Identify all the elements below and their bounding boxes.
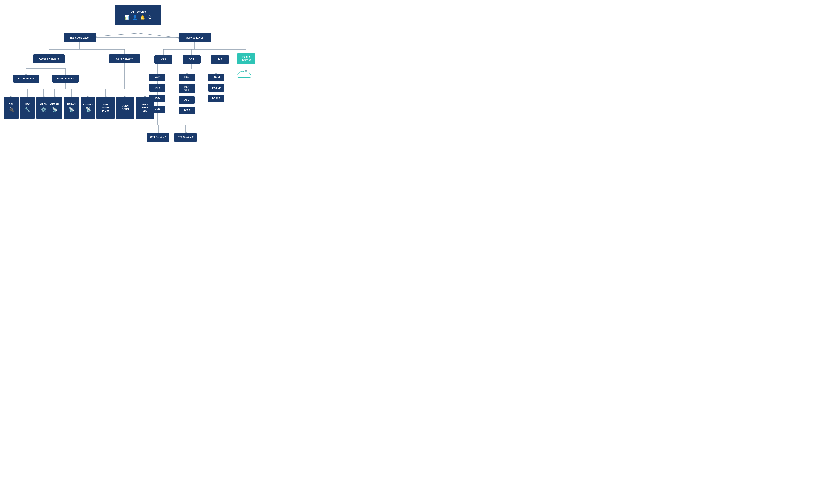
eutran-node: E-UTRAN 📡 xyxy=(81,97,95,119)
service-layer-label: Service Layer xyxy=(186,36,203,40)
hlr-vlr-label: HLRVLR xyxy=(184,86,189,92)
core-network-label: Core Network xyxy=(116,57,133,61)
mme-node: MMES-GWP-GW xyxy=(96,97,114,119)
iptv-label: IPTV xyxy=(155,86,160,90)
hlr-vlr-node: HLRVLR xyxy=(179,84,195,93)
ott-service-top-label: OTT Service xyxy=(131,10,146,14)
vod-node: VoD xyxy=(149,95,165,102)
geran-node: GERAN 📡 xyxy=(47,97,62,119)
svg-line-3 xyxy=(138,33,179,38)
timer-icon: ⏱ xyxy=(148,15,152,20)
s-csdf-label: S-CSDF xyxy=(212,86,221,90)
p-csdf-label: P-CSDF xyxy=(212,75,221,79)
cdn-label: CDN xyxy=(155,108,160,111)
iptv-node: IPTV xyxy=(149,84,165,92)
dsl-label: DSL xyxy=(9,103,14,106)
voip-node: VoIP xyxy=(149,73,165,81)
fixed-access-node: Fixed Access xyxy=(13,74,39,83)
ott-service-1-node: OTT Service 1 xyxy=(147,133,169,142)
eutran-label: E-UTRAN xyxy=(83,103,93,106)
sgsn-node: SGSNGGSM xyxy=(116,97,134,119)
access-network-node: Access Network xyxy=(33,54,64,63)
hfc-icon: 🔧 xyxy=(25,107,30,113)
transport-layer-label: Transport Layer xyxy=(70,36,90,40)
p-csdf-node: P-CSDF xyxy=(208,73,224,81)
fixed-access-label: Fixed Access xyxy=(18,77,35,81)
gpdn-icon: ⚙️ xyxy=(41,107,46,113)
service-layer-node: Service Layer xyxy=(179,33,211,42)
hfc-label: HFC xyxy=(25,103,30,106)
alert-icon: 🔔 xyxy=(140,15,145,20)
connector-lines xyxy=(2,2,280,175)
utran-label: UTRAN xyxy=(67,103,76,106)
ott-service-2-node: OTT Service 2 xyxy=(175,133,197,142)
scp-label: SCP xyxy=(189,58,194,61)
auc-node: AuC xyxy=(179,96,195,104)
utran-node: UTRAN 📡 xyxy=(64,97,79,119)
diagram-container: OTT Service 📊 👤 🔔 ⏱ Transport Layer Serv… xyxy=(2,2,280,175)
cloud-svg xyxy=(236,69,252,80)
i-cscf-label: I-CSCF xyxy=(212,97,220,100)
pcrf-node: PCRF xyxy=(179,107,195,114)
dsl-node: DSL 🔌 xyxy=(4,97,18,119)
kpi-chart-icon: 📊 xyxy=(125,15,130,20)
public-internet-node: PublicInternet xyxy=(237,53,255,64)
voip-label: VoIP xyxy=(155,75,160,79)
dsl-icon: 🔌 xyxy=(9,107,14,113)
geran-icon: 📡 xyxy=(52,107,57,113)
cloud-icon xyxy=(235,68,253,81)
eutran-icon: 📡 xyxy=(86,107,91,113)
transport-layer-node: Transport Layer xyxy=(63,33,96,42)
ott-service-2-label: OTT Service 2 xyxy=(178,136,194,139)
s-csdf-node: S-CSDF xyxy=(208,84,224,92)
access-network-label: Access Network xyxy=(39,57,59,61)
vas-node: VAS xyxy=(154,55,173,63)
ims-node: IMS xyxy=(211,55,229,63)
cdn-node: CDN xyxy=(149,106,165,113)
pcrf-label: PCRF xyxy=(184,109,190,112)
vod-label: VoD xyxy=(155,97,159,100)
radio-access-node: Radio Access xyxy=(52,74,79,83)
sgsn-label: SGSNGGSM xyxy=(121,105,129,111)
public-internet-label: PublicInternet xyxy=(242,55,250,62)
ott-service-icons: 📊 👤 🔔 ⏱ xyxy=(125,15,152,20)
auc-label: AuC xyxy=(184,98,189,102)
hss-node: HSS xyxy=(179,73,195,81)
vas-label: VAS xyxy=(161,58,166,61)
core-network-node: Core Network xyxy=(109,54,140,63)
i-cscf-node: I-CSCF xyxy=(208,95,224,102)
ims-label: IMS xyxy=(217,58,222,61)
user-icon: 👤 xyxy=(132,15,137,20)
hss-label: HSS xyxy=(184,75,189,79)
gpdn-label: GPDN xyxy=(40,103,47,106)
radio-access-label: Radio Access xyxy=(57,77,74,81)
geran-label: GERAN xyxy=(50,103,59,106)
scp-node: SCP xyxy=(183,55,201,63)
hfc-node: HFC 🔧 xyxy=(20,97,35,119)
utran-icon: 📡 xyxy=(69,107,74,113)
ott-service-1-label: OTT Service 1 xyxy=(150,136,166,139)
ott-service-top-node: OTT Service 📊 👤 🔔 ⏱ xyxy=(115,5,161,25)
mme-label: MMES-GWP-GW xyxy=(102,103,109,113)
bng-label: BNGBRASSBC xyxy=(142,103,148,113)
